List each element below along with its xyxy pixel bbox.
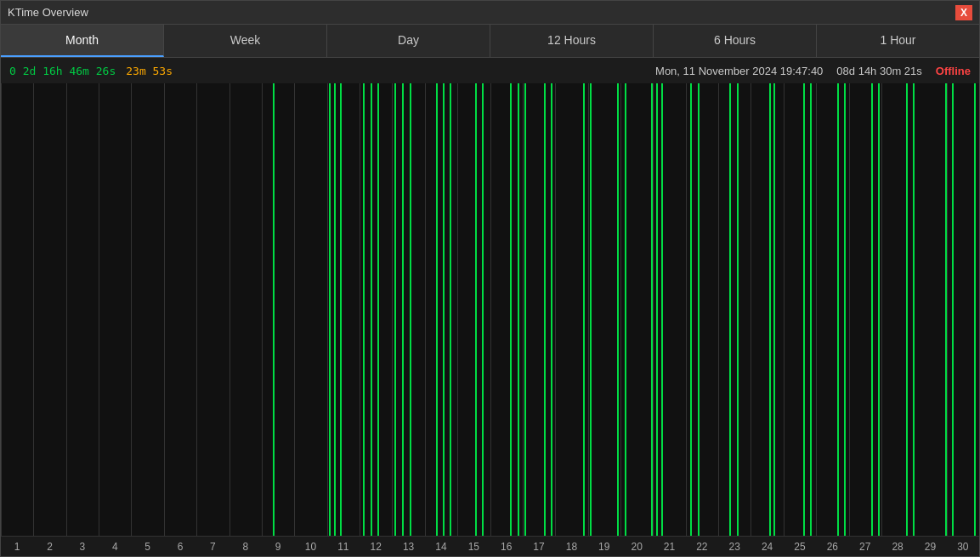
activity-line: [510, 83, 512, 536]
activity-line: [436, 83, 438, 536]
x-axis-label: 3: [80, 541, 86, 553]
day-divider: [620, 83, 621, 536]
total-offline-time: 08d 14h 30m 21s: [836, 65, 921, 77]
day-divider: [849, 83, 850, 536]
x-axis-label: 13: [403, 541, 414, 553]
x-axis-label: 9: [275, 541, 281, 553]
x-axis-label: 15: [468, 541, 479, 553]
tab-bar: Month Week Day 12 Hours 6 Hours 1 Hour: [1, 25, 979, 58]
activity-line: [334, 83, 336, 536]
activity-line: [329, 83, 331, 536]
x-axis-label: 25: [794, 541, 805, 553]
day-divider: [816, 83, 817, 536]
day-divider: [1, 83, 2, 536]
x-axis-label: 28: [892, 541, 903, 553]
day-divider: [360, 83, 360, 536]
activity-line: [450, 83, 451, 536]
activity-line: [773, 83, 775, 536]
activity-line: [273, 83, 275, 536]
day-divider: [490, 83, 491, 536]
x-axis-label: 17: [533, 541, 544, 553]
tab-month[interactable]: Month: [1, 25, 164, 57]
x-axis-label: 26: [827, 541, 838, 553]
day-divider: [262, 83, 263, 536]
close-button[interactable]: X: [955, 5, 972, 20]
day-divider: [555, 83, 556, 536]
day-divider: [588, 83, 589, 536]
tab-week[interactable]: Week: [164, 25, 327, 57]
activity-line: [544, 83, 546, 536]
activity-line: [974, 83, 976, 536]
activity-line: [945, 83, 947, 536]
day-divider: [33, 83, 34, 536]
day-divider: [164, 83, 165, 536]
x-axis-label: 11: [337, 541, 348, 553]
activity-line: [340, 83, 342, 536]
x-axis-label: 20: [631, 541, 642, 553]
x-axis-label: 2: [47, 541, 53, 553]
day-divider: [784, 83, 785, 536]
x-axis-label: 18: [566, 541, 577, 553]
activity-line: [690, 83, 692, 536]
x-axis-label: 10: [305, 541, 316, 553]
activity-line: [625, 83, 626, 536]
activity-line: [844, 83, 846, 536]
status-right: Mon, 11 November 2024 19:47:40 08d 14h 3…: [655, 65, 971, 77]
day-divider: [392, 83, 393, 536]
tab-1hour[interactable]: 1 Hour: [817, 25, 979, 57]
x-axis-label: 16: [501, 541, 512, 553]
x-axis-label: 30: [957, 541, 968, 553]
day-divider: [327, 83, 328, 536]
datetime-value: Mon, 11 November 2024 19:47:40: [655, 65, 823, 77]
activity-line: [583, 83, 585, 536]
x-axis-label: 7: [210, 541, 216, 553]
x-axis-label: 8: [242, 541, 248, 553]
activity-line: [475, 83, 477, 536]
activity-line: [803, 83, 805, 536]
x-axis-label: 27: [859, 541, 870, 553]
offline-badge: Offline: [936, 65, 971, 77]
activity-line: [913, 83, 915, 536]
activity-line: [394, 83, 396, 536]
activity-line: [410, 83, 411, 536]
day-divider: [686, 83, 687, 536]
x-axis-label: 22: [696, 541, 707, 553]
x-axis-label: 4: [112, 541, 118, 553]
x-axis-label: 6: [178, 541, 184, 553]
activity-line: [878, 83, 880, 536]
activity-line: [906, 83, 908, 536]
activity-line: [769, 83, 771, 536]
x-axis-label: 19: [598, 541, 609, 553]
day-divider: [229, 83, 230, 536]
day-divider: [523, 83, 524, 536]
tab-12hours[interactable]: 12 Hours: [490, 25, 654, 57]
day-divider: [947, 83, 948, 536]
status-bar: 0 2d 16h 46m 26s 23m 53s Mon, 11 Novembe…: [1, 58, 979, 83]
activity-line: [377, 83, 379, 536]
x-axis-label: 14: [435, 541, 446, 553]
activity-line: [482, 83, 484, 536]
x-axis-label: 23: [729, 541, 740, 553]
day-divider: [718, 83, 719, 536]
tab-day[interactable]: Day: [327, 25, 490, 57]
activity-line: [651, 83, 653, 536]
app-window: KTime Overview X Month Week Day 12 Hours…: [0, 0, 980, 557]
activity-line: [617, 83, 619, 536]
chart-canvas: [1, 83, 979, 536]
x-axis-label: 29: [925, 541, 936, 553]
activity-line: [871, 83, 873, 536]
tab-6hours[interactable]: 6 Hours: [654, 25, 817, 57]
day-divider: [196, 83, 197, 536]
activity-line: [729, 83, 731, 536]
activity-line: [952, 83, 954, 536]
x-axis-label: 21: [664, 541, 675, 553]
status-left: 0 2d 16h 46m 26s 23m 53s: [9, 65, 173, 77]
day-divider: [653, 83, 654, 536]
activity-line: [661, 83, 663, 536]
day-divider: [751, 83, 751, 536]
activity-line: [524, 83, 526, 536]
x-axis: 1234567891011121314151617181920212223242…: [1, 536, 979, 556]
x-axis-label: 24: [762, 541, 773, 553]
x-axis-label: 1: [14, 541, 20, 553]
activity-line: [402, 83, 404, 536]
